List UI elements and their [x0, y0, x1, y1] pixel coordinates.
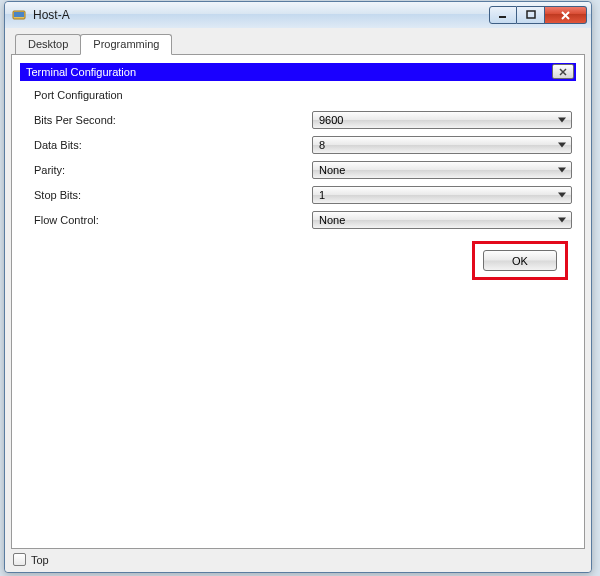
stopbits-value: 1 [319, 189, 325, 201]
row-databits: Data Bits: 8 [34, 134, 572, 156]
dialog-titlebar: Terminal Configuration [20, 63, 576, 81]
databits-combo[interactable]: 8 [312, 136, 572, 154]
svg-rect-3 [527, 11, 535, 18]
databits-label: Data Bits: [34, 139, 312, 151]
dialog-close-button[interactable] [552, 64, 574, 79]
tab-desktop[interactable]: Desktop [15, 34, 81, 54]
bottom-bar: Top [11, 549, 585, 566]
ok-button-highlight: OK [472, 241, 568, 280]
tab-panel: Terminal Configuration Port Configuratio… [11, 54, 585, 549]
stopbits-label: Stop Bits: [34, 189, 312, 201]
window-controls [489, 6, 587, 24]
row-flowcontrol: Flow Control: None [34, 209, 572, 231]
button-row: OK [34, 241, 568, 280]
close-button[interactable] [545, 6, 587, 24]
dialog-title: Terminal Configuration [26, 66, 136, 78]
bps-value: 9600 [319, 114, 343, 126]
row-bps: Bits Per Second: 9600 [34, 109, 572, 131]
bps-label: Bits Per Second: [34, 114, 312, 126]
flowcontrol-value: None [319, 214, 345, 226]
port-config-form: Port Configuration Bits Per Second: 9600… [20, 81, 576, 280]
parity-label: Parity: [34, 164, 312, 176]
empty-space [20, 280, 576, 542]
section-label: Port Configuration [34, 89, 572, 101]
tab-bar: Desktop Programming [11, 34, 585, 54]
stopbits-combo[interactable]: 1 [312, 186, 572, 204]
tab-programming[interactable]: Programming [80, 34, 172, 55]
window-titlebar[interactable]: Host-A [5, 2, 591, 28]
row-parity: Parity: None [34, 159, 572, 181]
databits-value: 8 [319, 139, 325, 151]
ok-button[interactable]: OK [483, 250, 557, 271]
parity-combo[interactable]: None [312, 161, 572, 179]
window-client: Desktop Programming Terminal Configurati… [5, 28, 591, 572]
host-window: Host-A Desktop Programming Terminal Conf… [4, 1, 592, 573]
bps-combo[interactable]: 9600 [312, 111, 572, 129]
top-checkbox-label: Top [31, 554, 49, 566]
flowcontrol-label: Flow Control: [34, 214, 312, 226]
svg-rect-1 [14, 12, 24, 17]
minimize-button[interactable] [489, 6, 517, 24]
flowcontrol-combo[interactable]: None [312, 211, 572, 229]
top-checkbox[interactable] [13, 553, 26, 566]
row-stopbits: Stop Bits: 1 [34, 184, 572, 206]
app-icon [11, 7, 27, 23]
window-title: Host-A [33, 8, 489, 22]
maximize-button[interactable] [517, 6, 545, 24]
parity-value: None [319, 164, 345, 176]
